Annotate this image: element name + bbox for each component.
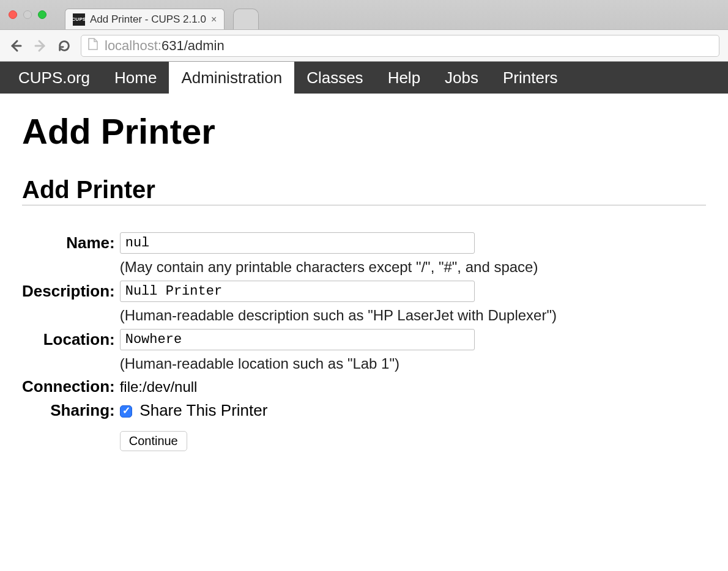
favicon-icon: CUPS xyxy=(73,13,85,26)
row-name: Name: xyxy=(22,230,557,256)
location-hint: (Human-readable location such as "Lab 1"… xyxy=(120,353,557,375)
arrow-right-icon xyxy=(33,39,48,53)
sharing-checkbox-label: Share This Printer xyxy=(139,401,267,419)
arrow-left-icon xyxy=(9,39,23,53)
new-tab-button[interactable] xyxy=(233,9,259,29)
browser-chrome: CUPS Add Printer - CUPS 2.1.0 × localhos… xyxy=(0,0,728,62)
nav-item-jobs[interactable]: Jobs xyxy=(433,62,491,94)
tab-strip: CUPS Add Printer - CUPS 2.1.0 × xyxy=(61,0,259,29)
window-close-icon[interactable] xyxy=(9,10,17,19)
description-hint: (Human-readable description such as "HP … xyxy=(120,304,557,326)
nav-item-printers[interactable]: Printers xyxy=(491,62,570,94)
window-controls xyxy=(9,10,46,19)
browser-toolbar: localhost:631/admin xyxy=(0,29,728,61)
url-host: localhost: xyxy=(105,38,162,53)
url-path: 631/admin xyxy=(162,38,225,53)
continue-button[interactable]: Continue xyxy=(120,431,187,451)
nav-item-classes[interactable]: Classes xyxy=(294,62,375,94)
nav-item-cupsorg[interactable]: CUPS.org xyxy=(6,62,102,94)
location-input[interactable] xyxy=(120,329,475,350)
browser-tab-active[interactable]: CUPS Add Printer - CUPS 2.1.0 × xyxy=(65,9,225,29)
row-description: Description: xyxy=(22,278,557,304)
connection-value: file:/dev/null xyxy=(120,375,557,399)
description-label: Description: xyxy=(22,278,120,304)
forward-button[interactable] xyxy=(33,39,48,53)
url-text: localhost:631/admin xyxy=(105,38,225,54)
sharing-checkbox[interactable] xyxy=(120,405,132,418)
nav-item-home[interactable]: Home xyxy=(102,62,169,94)
back-button[interactable] xyxy=(9,39,23,53)
name-input[interactable] xyxy=(120,232,475,254)
name-label: Name: xyxy=(22,230,120,256)
row-sharing: Sharing: Share This Printer xyxy=(22,399,557,422)
address-bar[interactable]: localhost:631/admin xyxy=(81,35,719,57)
page-icon xyxy=(87,38,98,54)
window-zoom-icon[interactable] xyxy=(38,10,46,19)
add-printer-form: Name: (May contain any printable charact… xyxy=(22,230,557,454)
nav-item-help[interactable]: Help xyxy=(376,62,433,94)
location-label: Location: xyxy=(22,326,120,353)
connection-label: Connection: xyxy=(22,375,120,399)
close-icon[interactable]: × xyxy=(211,14,217,25)
row-location: Location: xyxy=(22,326,557,353)
page-title: Add Printer xyxy=(22,111,706,152)
reload-button[interactable] xyxy=(58,39,71,53)
reload-icon xyxy=(58,39,71,53)
window-titlebar: CUPS Add Printer - CUPS 2.1.0 × xyxy=(0,0,728,29)
name-hint: (May contain any printable characters ex… xyxy=(120,256,557,278)
cups-nav: CUPS.org Home Administration Classes Hel… xyxy=(0,62,728,94)
sharing-label: Sharing: xyxy=(22,399,120,422)
nav-item-administration[interactable]: Administration xyxy=(169,62,294,94)
window-minimize-icon[interactable] xyxy=(23,10,32,19)
description-input[interactable] xyxy=(120,281,475,302)
section-title: Add Printer xyxy=(22,176,706,205)
tab-title: Add Printer - CUPS 2.1.0 xyxy=(90,13,206,26)
row-connection: Connection: file:/dev/null xyxy=(22,375,557,399)
page-content: Add Printer Add Printer Name: (May conta… xyxy=(0,94,728,465)
